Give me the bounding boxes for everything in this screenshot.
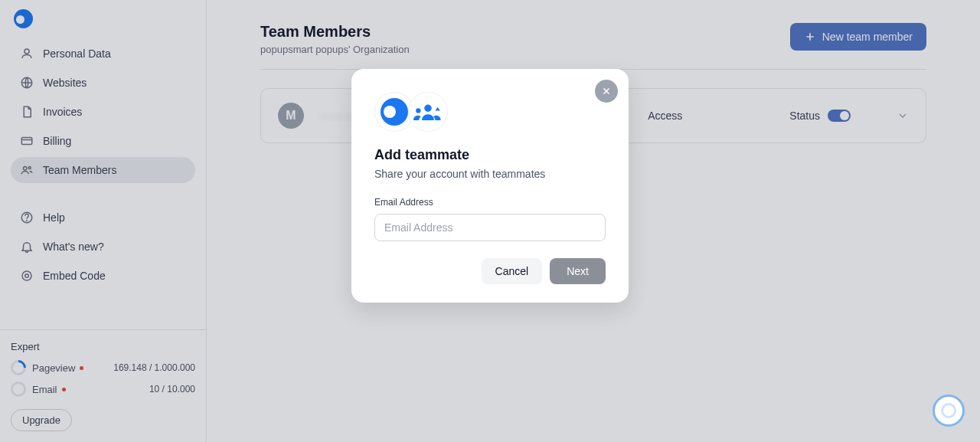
close-button[interactable]: [595, 80, 618, 103]
chat-widget-button[interactable]: [933, 395, 965, 427]
modal-icons: [374, 92, 606, 132]
svg-point-9: [424, 105, 432, 113]
people-icon: [413, 102, 443, 122]
modal-subtitle: Share your account with teammates: [374, 168, 606, 180]
brand-icon: [381, 98, 408, 126]
next-button[interactable]: Next: [550, 258, 606, 284]
people-circle: [408, 92, 448, 132]
close-icon: [601, 86, 612, 97]
modal-title: Add teammate: [374, 147, 606, 163]
cancel-button[interactable]: Cancel: [482, 258, 543, 284]
add-teammate-modal: Add teammate Share your account with tea…: [351, 69, 629, 303]
email-input[interactable]: [374, 214, 606, 241]
chat-icon: [941, 403, 956, 418]
email-field-label: Email Address: [374, 197, 606, 208]
svg-point-10: [416, 108, 420, 113]
modal-buttons: Cancel Next: [374, 258, 606, 284]
